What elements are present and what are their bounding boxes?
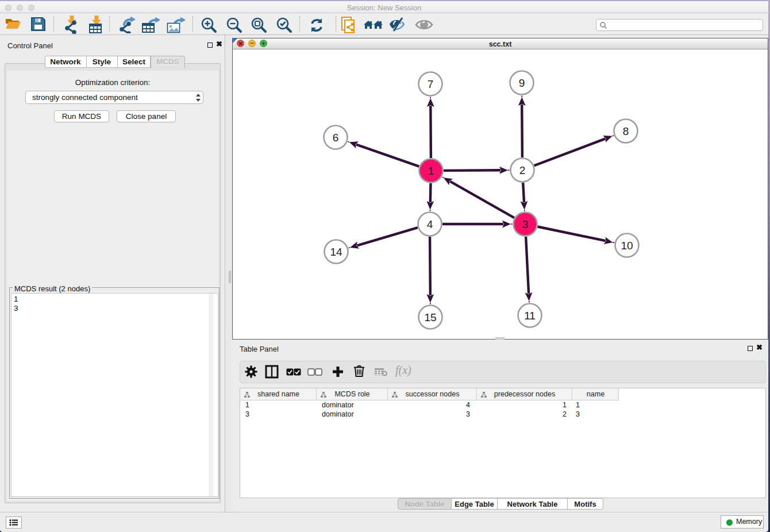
svg-text:15: 15 — [424, 311, 436, 323]
svg-text:4: 4 — [427, 218, 433, 230]
svg-text:6: 6 — [333, 132, 339, 144]
svg-text:9: 9 — [519, 77, 525, 89]
svg-text:8: 8 — [623, 125, 629, 137]
svg-text:7: 7 — [428, 78, 434, 90]
svg-text:3: 3 — [522, 218, 529, 230]
svg-text:10: 10 — [621, 240, 633, 252]
svg-text:11: 11 — [524, 310, 536, 322]
svg-text:14: 14 — [330, 246, 342, 258]
svg-text:1: 1 — [428, 165, 434, 177]
svg-text:2: 2 — [519, 164, 526, 176]
